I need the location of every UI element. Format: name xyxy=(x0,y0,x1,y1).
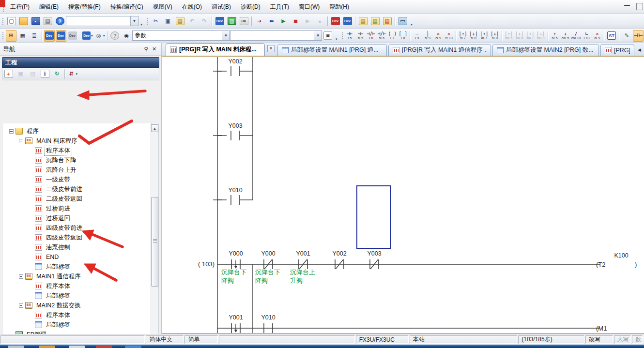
instruction-find-icon[interactable]: HK xyxy=(238,15,249,27)
tree-item[interactable]: 过桥前进 xyxy=(2,204,151,213)
tree-scrollbar[interactable]: ▲ ▼ xyxy=(151,124,159,345)
falling-edge-icon[interactable]: ↓caF5 xyxy=(560,30,571,42)
device-comment-icon[interactable]: Dev xyxy=(44,30,55,42)
taskbar-item[interactable] xyxy=(96,346,112,348)
monitor-stop-icon[interactable]: ◼ xyxy=(290,15,301,27)
parameter-note1-icon[interactable]: ▤ xyxy=(357,15,368,27)
vertical-line-icon[interactable]: │sF9 xyxy=(422,30,433,42)
parameter-combo[interactable]: 参数▼ xyxy=(132,30,230,41)
scrollbar-thumb[interactable] xyxy=(151,197,158,287)
toolbar-gripper[interactable] xyxy=(1,31,4,40)
expand-collapse-icon[interactable] xyxy=(9,129,14,134)
help-icon[interactable]: ? xyxy=(54,15,65,27)
taskbar-item[interactable] xyxy=(69,346,85,348)
rising-pulse-branch-icon[interactable]: |↑|aF7 xyxy=(479,30,490,42)
application-instruction-icon[interactable]: [ ]F8 xyxy=(398,30,408,42)
delete-hline-icon[interactable]: ✕cF9 xyxy=(433,30,444,42)
device-batch-icon[interactable]: Dev xyxy=(342,15,353,27)
copy-data-icon[interactable]: ▣ xyxy=(15,68,26,80)
list-view-icon[interactable]: ≣ xyxy=(29,30,40,42)
open-contact-icon[interactable]: ⊣⊢F5 xyxy=(344,30,355,42)
taskbar-item[interactable] xyxy=(8,346,24,348)
expand-collapse-icon[interactable] xyxy=(19,303,23,308)
monitor-start-icon[interactable]: ▶ xyxy=(278,15,289,27)
undo-icon[interactable]: ↶ xyxy=(186,15,198,27)
chevron-down-icon[interactable]: ▼ xyxy=(314,31,322,40)
menu-搜索/替换(F)[interactable]: 搜索/替换(F) xyxy=(64,1,105,13)
menu-诊断(D)[interactable]: 诊断(D) xyxy=(236,1,265,13)
chevron-down-icon[interactable]: ▼ xyxy=(222,31,230,40)
close-icon[interactable]: ✕ xyxy=(150,45,158,53)
module-config-icon[interactable]: ▦ xyxy=(17,30,28,42)
print-icon[interactable]: ▤ xyxy=(42,15,53,27)
tree-item[interactable]: 四级皮带前进 xyxy=(2,223,151,233)
menu-编辑(E)[interactable]: 编辑(E) xyxy=(35,1,63,13)
monitor-resume-icon[interactable]: ● xyxy=(314,15,325,27)
save-project-icon[interactable]: ▪ xyxy=(30,15,41,27)
delete-vline-icon[interactable]: ✕cF10 xyxy=(444,30,454,42)
toolbar-gripper[interactable] xyxy=(341,31,343,40)
taskbar-item[interactable] xyxy=(39,346,55,348)
menu-帮助(H)[interactable]: 帮助(H) xyxy=(325,1,353,13)
inline-st-icon[interactable]: ST xyxy=(606,30,617,42)
tree-item[interactable]: 程序 xyxy=(2,126,151,136)
document-tab-5[interactable]: [PRG]R xyxy=(600,44,634,56)
window-minimize-button[interactable]: — xyxy=(623,3,631,10)
navigation-window-icon[interactable]: ⊞ xyxy=(6,30,16,42)
tree-item[interactable]: 四级皮带返回 xyxy=(2,233,151,242)
zoom-find-dropdown-icon[interactable]: ◎▾ xyxy=(94,30,105,42)
ladder-monitor-icon[interactable]: ▥ xyxy=(226,15,237,27)
menu-在线(O)[interactable]: 在线(O) xyxy=(178,1,206,13)
tree-item[interactable]: MAIN2 数据交换 xyxy=(2,301,151,310)
paste-data-icon[interactable]: ▤ xyxy=(27,68,38,80)
tree-item[interactable]: 局部标签 xyxy=(2,320,151,330)
edit-comment-icon[interactable]: ✎ xyxy=(621,30,632,42)
tree-item[interactable]: 二级皮带前进 xyxy=(2,184,151,194)
tree-item[interactable]: 一级皮带 xyxy=(2,175,151,184)
rising-pulse-icon[interactable]: |↑|sF7 xyxy=(458,30,468,42)
menu-工具(T)[interactable]: 工具(T) xyxy=(266,1,293,13)
menu-调试(B)[interactable]: 调试(B) xyxy=(207,1,235,13)
ladder-canvas[interactable]: Y002Y003Y010Y000Y000Y001Y002Y003( 103)(T… xyxy=(162,56,644,334)
tree-item[interactable]: 局部标签 xyxy=(2,262,151,272)
copy-icon[interactable]: ▣ xyxy=(162,15,173,27)
expand-collapse-icon[interactable] xyxy=(19,274,23,279)
windows-taskbar[interactable] xyxy=(0,345,644,348)
tree-item[interactable]: 程序本体 xyxy=(2,281,151,291)
tree-item[interactable]: 油泵控制 xyxy=(2,242,151,252)
tree-item[interactable]: MAIN 料床程序 xyxy=(2,136,151,146)
expand-collapse-icon[interactable] xyxy=(19,139,23,143)
horizontal-line-icon[interactable]: —F9 xyxy=(412,30,422,42)
write-to-plc-icon[interactable]: ➔ xyxy=(254,15,265,27)
tree-item[interactable]: 过桥返回 xyxy=(2,213,151,223)
invert-result-icon[interactable]: ∕caF10 xyxy=(571,30,582,42)
toolbar-gripper[interactable] xyxy=(1,17,4,26)
taskbar-item[interactable] xyxy=(125,346,141,348)
paste-icon[interactable]: ▤ xyxy=(174,15,185,27)
new-data-icon[interactable]: + xyxy=(3,68,14,80)
redo-icon[interactable]: ↷ xyxy=(199,15,210,27)
toolbar-overflow-icon[interactable]: ▾ xyxy=(334,30,339,42)
close-branch-icon[interactable]: ⊣/⊢sF6 xyxy=(376,30,387,42)
falling-pulse-branch-icon[interactable]: |↓|aF8 xyxy=(490,30,500,42)
falling-pulse-close-branch-icon[interactable]: |↓|saF8 xyxy=(536,30,546,42)
device-test-icon[interactable]: Dev xyxy=(330,15,341,27)
falling-pulse-icon[interactable]: |↓|sF8 xyxy=(468,30,479,42)
tree-item[interactable]: 程序本体 xyxy=(2,146,151,155)
delete-line-icon[interactable]: ✕aF9 xyxy=(592,30,602,42)
pc-monitor-icon[interactable]: ▭ xyxy=(397,15,408,27)
open-project-icon[interactable] xyxy=(18,15,29,27)
tree-item[interactable]: MAIN1 通信程序 xyxy=(2,272,151,281)
monitor-write-mode-icon[interactable]: ⊣⊢ xyxy=(633,30,644,42)
document-tab-4[interactable]: 局部标签设置 MAIN2 [PRG] 数... xyxy=(492,44,599,56)
menu-窗口(W)[interactable]: 窗口(W) xyxy=(294,1,324,13)
document-tab-3[interactable]: [PRG]R 写入 MAIN1 通信程序 ... xyxy=(388,44,491,56)
keyword-combo[interactable]: ▼ xyxy=(66,16,138,26)
tab-scroll-left-icon[interactable]: ◀ xyxy=(636,46,643,54)
tree-item[interactable]: 沉降台上升 xyxy=(2,165,151,175)
toolbar-overflow-icon[interactable]: ▾ xyxy=(409,15,414,27)
parameter-note2-icon[interactable]: ▤ xyxy=(369,15,381,27)
device-combo[interactable]: ▼ xyxy=(230,30,322,41)
parameter-note3-icon[interactable]: ▤ xyxy=(382,15,393,27)
toolbar-gripper[interactable] xyxy=(146,17,148,26)
